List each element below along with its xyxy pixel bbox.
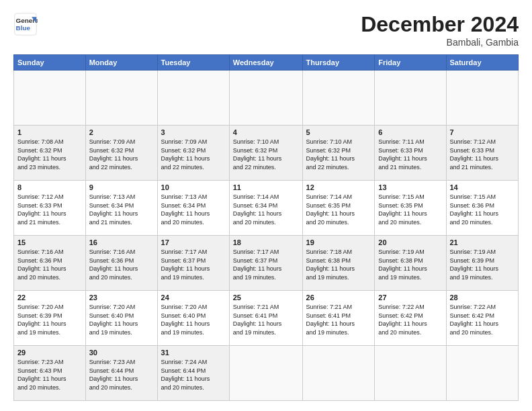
calendar-cell: 29Sunrise: 7:23 AM Sunset: 6:43 PM Dayli… bbox=[14, 346, 86, 401]
calendar-week-4: 15Sunrise: 7:16 AM Sunset: 6:36 PM Dayli… bbox=[14, 236, 519, 291]
day-info: Sunrise: 7:24 AM Sunset: 6:44 PM Dayligh… bbox=[161, 358, 226, 392]
day-info: Sunrise: 7:15 AM Sunset: 6:36 PM Dayligh… bbox=[450, 193, 515, 226]
calendar-cell: 25Sunrise: 7:21 AM Sunset: 6:41 PM Dayli… bbox=[229, 291, 302, 346]
calendar-cell: 28Sunrise: 7:22 AM Sunset: 6:42 PM Dayli… bbox=[446, 291, 519, 346]
day-number: 29 bbox=[17, 349, 82, 357]
day-info: Sunrise: 7:14 AM Sunset: 6:35 PM Dayligh… bbox=[306, 193, 371, 226]
day-number: 17 bbox=[161, 238, 226, 246]
day-info: Sunrise: 7:20 AM Sunset: 6:39 PM Dayligh… bbox=[17, 303, 82, 336]
day-number: 1 bbox=[17, 128, 82, 136]
calendar-week-1 bbox=[14, 71, 519, 126]
page: General Blue December 2024 Bambali, Gamb… bbox=[0, 0, 532, 408]
day-info: Sunrise: 7:10 AM Sunset: 6:32 PM Dayligh… bbox=[306, 138, 371, 171]
day-info: Sunrise: 7:17 AM Sunset: 6:37 PM Dayligh… bbox=[233, 248, 299, 281]
day-info: Sunrise: 7:16 AM Sunset: 6:36 PM Dayligh… bbox=[17, 248, 82, 281]
day-info: Sunrise: 7:15 AM Sunset: 6:35 PM Dayligh… bbox=[378, 193, 442, 226]
calendar-cell: 4Sunrise: 7:10 AM Sunset: 6:32 PM Daylig… bbox=[229, 126, 302, 181]
day-number: 4 bbox=[233, 128, 299, 136]
day-number: 12 bbox=[306, 183, 371, 191]
calendar-cell: 18Sunrise: 7:17 AM Sunset: 6:37 PM Dayli… bbox=[229, 236, 302, 291]
day-info: Sunrise: 7:13 AM Sunset: 6:34 PM Dayligh… bbox=[89, 193, 154, 226]
calendar-cell bbox=[446, 71, 519, 126]
day-number: 5 bbox=[306, 128, 371, 136]
calendar-cell: 9Sunrise: 7:13 AM Sunset: 6:34 PM Daylig… bbox=[85, 181, 157, 236]
day-number: 7 bbox=[450, 128, 515, 136]
day-number: 25 bbox=[233, 293, 299, 302]
calendar-cell: 22Sunrise: 7:20 AM Sunset: 6:39 PM Dayli… bbox=[14, 291, 86, 346]
calendar-cell: 7Sunrise: 7:12 AM Sunset: 6:33 PM Daylig… bbox=[446, 126, 519, 181]
day-info: Sunrise: 7:21 AM Sunset: 6:41 PM Dayligh… bbox=[306, 303, 371, 336]
day-info: Sunrise: 7:19 AM Sunset: 6:38 PM Dayligh… bbox=[378, 248, 442, 281]
calendar-cell bbox=[229, 71, 302, 126]
day-info: Sunrise: 7:23 AM Sunset: 6:43 PM Dayligh… bbox=[17, 358, 82, 392]
day-number: 10 bbox=[161, 183, 226, 191]
day-number: 14 bbox=[450, 183, 515, 191]
day-info: Sunrise: 7:08 AM Sunset: 6:32 PM Dayligh… bbox=[17, 138, 82, 171]
calendar-cell: 23Sunrise: 7:20 AM Sunset: 6:40 PM Dayli… bbox=[85, 291, 157, 346]
logo: General Blue bbox=[13, 12, 38, 36]
calendar-cell: 24Sunrise: 7:20 AM Sunset: 6:40 PM Dayli… bbox=[157, 291, 229, 346]
calendar-week-5: 22Sunrise: 7:20 AM Sunset: 6:39 PM Dayli… bbox=[14, 291, 519, 346]
calendar-cell: 16Sunrise: 7:16 AM Sunset: 6:36 PM Dayli… bbox=[85, 236, 157, 291]
calendar-week-2: 1Sunrise: 7:08 AM Sunset: 6:32 PM Daylig… bbox=[14, 126, 519, 181]
day-number: 27 bbox=[378, 293, 442, 302]
calendar-cell: 11Sunrise: 7:14 AM Sunset: 6:34 PM Dayli… bbox=[229, 181, 302, 236]
calendar-cell: 3Sunrise: 7:09 AM Sunset: 6:32 PM Daylig… bbox=[157, 126, 229, 181]
day-number: 22 bbox=[17, 293, 82, 302]
calendar-week-3: 8Sunrise: 7:12 AM Sunset: 6:33 PM Daylig… bbox=[14, 181, 519, 236]
column-header-tuesday: Tuesday bbox=[157, 55, 229, 71]
calendar-cell bbox=[14, 71, 86, 126]
day-info: Sunrise: 7:14 AM Sunset: 6:34 PM Dayligh… bbox=[233, 193, 299, 226]
month-year: December 2024 bbox=[361, 12, 519, 37]
calendar-table: SundayMondayTuesdayWednesdayThursdayFrid… bbox=[13, 54, 519, 401]
day-info: Sunrise: 7:22 AM Sunset: 6:42 PM Dayligh… bbox=[378, 303, 442, 336]
day-number: 8 bbox=[17, 183, 82, 191]
header: General Blue December 2024 Bambali, Gamb… bbox=[13, 12, 519, 48]
calendar-cell: 10Sunrise: 7:13 AM Sunset: 6:34 PM Dayli… bbox=[157, 181, 229, 236]
calendar-cell: 26Sunrise: 7:21 AM Sunset: 6:41 PM Dayli… bbox=[302, 291, 375, 346]
calendar-cell: 13Sunrise: 7:15 AM Sunset: 6:35 PM Dayli… bbox=[375, 181, 446, 236]
day-number: 15 bbox=[17, 238, 82, 246]
day-number: 21 bbox=[450, 238, 515, 246]
day-number: 6 bbox=[378, 128, 442, 136]
calendar-cell: 5Sunrise: 7:10 AM Sunset: 6:32 PM Daylig… bbox=[302, 126, 375, 181]
day-number: 31 bbox=[161, 349, 226, 357]
column-header-thursday: Thursday bbox=[302, 55, 375, 71]
calendar-cell: 8Sunrise: 7:12 AM Sunset: 6:33 PM Daylig… bbox=[14, 181, 86, 236]
calendar-cell: 27Sunrise: 7:22 AM Sunset: 6:42 PM Dayli… bbox=[375, 291, 446, 346]
day-info: Sunrise: 7:20 AM Sunset: 6:40 PM Dayligh… bbox=[161, 303, 226, 336]
column-header-friday: Friday bbox=[375, 55, 446, 71]
day-info: Sunrise: 7:09 AM Sunset: 6:32 PM Dayligh… bbox=[89, 138, 154, 171]
day-info: Sunrise: 7:13 AM Sunset: 6:34 PM Dayligh… bbox=[161, 193, 226, 226]
column-header-monday: Monday bbox=[85, 55, 157, 71]
location: Bambali, Gambia bbox=[361, 37, 519, 48]
calendar-week-6: 29Sunrise: 7:23 AM Sunset: 6:43 PM Dayli… bbox=[14, 346, 519, 401]
day-info: Sunrise: 7:09 AM Sunset: 6:32 PM Dayligh… bbox=[161, 138, 226, 171]
calendar-cell: 31Sunrise: 7:24 AM Sunset: 6:44 PM Dayli… bbox=[157, 346, 229, 401]
day-info: Sunrise: 7:19 AM Sunset: 6:39 PM Dayligh… bbox=[450, 248, 515, 281]
day-info: Sunrise: 7:23 AM Sunset: 6:44 PM Dayligh… bbox=[89, 358, 154, 392]
calendar-cell bbox=[157, 71, 229, 126]
day-number: 11 bbox=[233, 183, 299, 191]
day-number: 30 bbox=[89, 349, 154, 357]
calendar-cell: 30Sunrise: 7:23 AM Sunset: 6:44 PM Dayli… bbox=[85, 346, 157, 401]
day-number: 20 bbox=[378, 238, 442, 246]
calendar-cell bbox=[302, 71, 375, 126]
day-number: 24 bbox=[161, 293, 226, 302]
day-number: 19 bbox=[306, 238, 371, 246]
day-number: 16 bbox=[89, 238, 154, 246]
calendar-cell: 6Sunrise: 7:11 AM Sunset: 6:33 PM Daylig… bbox=[375, 126, 446, 181]
column-header-saturday: Saturday bbox=[446, 55, 519, 71]
day-info: Sunrise: 7:16 AM Sunset: 6:36 PM Dayligh… bbox=[89, 248, 154, 281]
calendar-cell: 1Sunrise: 7:08 AM Sunset: 6:32 PM Daylig… bbox=[14, 126, 86, 181]
calendar-cell: 21Sunrise: 7:19 AM Sunset: 6:39 PM Dayli… bbox=[446, 236, 519, 291]
calendar-cell: 14Sunrise: 7:15 AM Sunset: 6:36 PM Dayli… bbox=[446, 181, 519, 236]
day-number: 9 bbox=[89, 183, 154, 191]
calendar-cell: 20Sunrise: 7:19 AM Sunset: 6:38 PM Dayli… bbox=[375, 236, 446, 291]
calendar-cell bbox=[375, 346, 446, 401]
day-info: Sunrise: 7:22 AM Sunset: 6:42 PM Dayligh… bbox=[450, 303, 515, 336]
day-number: 3 bbox=[161, 128, 226, 136]
day-number: 23 bbox=[89, 293, 154, 302]
day-number: 2 bbox=[89, 128, 154, 136]
day-number: 13 bbox=[378, 183, 442, 191]
